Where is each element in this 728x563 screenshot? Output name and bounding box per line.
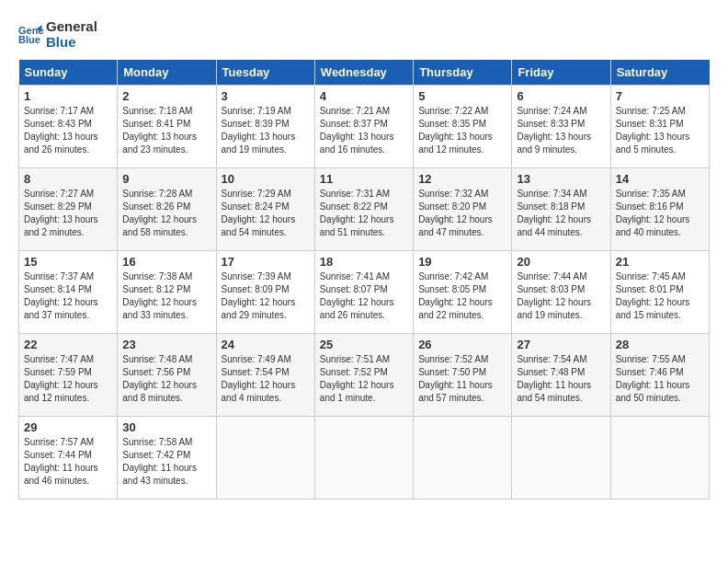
day-info: Sunrise: 7:22 AM Sunset: 8:35 PM Dayligh… (418, 105, 506, 156)
calendar-cell: 11Sunrise: 7:31 AM Sunset: 8:22 PM Dayli… (314, 167, 413, 250)
calendar-cell: 12Sunrise: 7:32 AM Sunset: 8:20 PM Dayli… (414, 167, 512, 250)
calendar-cell: 5Sunrise: 7:22 AM Sunset: 8:35 PM Daylig… (414, 85, 512, 167)
calendar-cell: 28Sunrise: 7:55 AM Sunset: 7:46 PM Dayli… (610, 333, 709, 416)
day-info: Sunrise: 7:34 AM Sunset: 8:18 PM Dayligh… (517, 188, 605, 239)
day-info: Sunrise: 7:51 AM Sunset: 7:52 PM Dayligh… (320, 353, 408, 405)
calendar-cell: 20Sunrise: 7:44 AM Sunset: 8:03 PM Dayli… (512, 250, 610, 333)
header-sunday: Sunday (19, 60, 118, 86)
calendar-cell: 16Sunrise: 7:38 AM Sunset: 8:12 PM Dayli… (118, 250, 216, 333)
day-number: 3 (222, 89, 310, 103)
day-number: 27 (517, 338, 605, 351)
calendar-cell: 22Sunrise: 7:47 AM Sunset: 7:59 PM Dayli… (19, 333, 118, 416)
day-number: 1 (24, 89, 112, 103)
day-info: Sunrise: 7:35 AM Sunset: 8:16 PM Dayligh… (616, 188, 704, 239)
day-number: 4 (320, 89, 408, 103)
day-number: 7 (616, 89, 704, 103)
calendar-cell: 15Sunrise: 7:37 AM Sunset: 8:14 PM Dayli… (19, 250, 118, 333)
day-info: Sunrise: 7:38 AM Sunset: 8:12 PM Dayligh… (122, 270, 210, 322)
day-info: Sunrise: 7:41 AM Sunset: 8:07 PM Dayligh… (320, 270, 408, 322)
logo-blue: Blue (46, 34, 97, 50)
day-number: 2 (122, 89, 210, 103)
calendar-cell: 7Sunrise: 7:25 AM Sunset: 8:31 PM Daylig… (610, 85, 709, 167)
day-info: Sunrise: 7:57 AM Sunset: 7:44 PM Dayligh… (24, 436, 112, 488)
calendar-header-row: SundayMondayTuesdayWednesdayThursdayFrid… (19, 60, 710, 86)
day-number: 19 (418, 255, 506, 269)
day-info: Sunrise: 7:24 AM Sunset: 8:33 PM Dayligh… (517, 105, 605, 156)
logo-icon: General Blue (18, 21, 44, 47)
day-number: 16 (122, 255, 210, 269)
logo-general: General (46, 18, 97, 34)
calendar-cell: 6Sunrise: 7:24 AM Sunset: 8:33 PM Daylig… (512, 85, 610, 167)
calendar-cell: 8Sunrise: 7:27 AM Sunset: 8:29 PM Daylig… (19, 167, 118, 250)
calendar-cell (414, 416, 512, 499)
day-number: 21 (616, 255, 704, 269)
calendar-cell: 19Sunrise: 7:42 AM Sunset: 8:05 PM Dayli… (414, 250, 512, 333)
day-number: 12 (418, 172, 506, 186)
day-info: Sunrise: 7:47 AM Sunset: 7:59 PM Dayligh… (24, 353, 112, 405)
calendar-cell: 17Sunrise: 7:39 AM Sunset: 8:09 PM Dayli… (216, 250, 314, 333)
header-tuesday: Tuesday (216, 60, 314, 86)
day-number: 8 (24, 172, 112, 186)
day-info: Sunrise: 7:49 AM Sunset: 7:54 PM Dayligh… (222, 353, 310, 405)
day-info: Sunrise: 7:37 AM Sunset: 8:14 PM Dayligh… (24, 270, 112, 322)
calendar-week-4: 22Sunrise: 7:47 AM Sunset: 7:59 PM Dayli… (19, 333, 710, 416)
day-number: 9 (122, 172, 210, 186)
calendar-cell: 23Sunrise: 7:48 AM Sunset: 7:56 PM Dayli… (118, 333, 216, 416)
day-number: 26 (418, 338, 506, 351)
calendar-cell: 18Sunrise: 7:41 AM Sunset: 8:07 PM Dayli… (314, 250, 413, 333)
day-info: Sunrise: 7:27 AM Sunset: 8:29 PM Dayligh… (24, 188, 112, 239)
svg-text:Blue: Blue (18, 34, 40, 45)
day-info: Sunrise: 7:54 AM Sunset: 7:48 PM Dayligh… (517, 353, 605, 405)
day-info: Sunrise: 7:21 AM Sunset: 8:37 PM Dayligh… (320, 105, 408, 156)
day-info: Sunrise: 7:44 AM Sunset: 8:03 PM Dayligh… (517, 270, 605, 322)
header-thursday: Thursday (414, 60, 512, 86)
calendar-cell: 30Sunrise: 7:58 AM Sunset: 7:42 PM Dayli… (118, 416, 216, 499)
day-number: 24 (222, 338, 310, 351)
day-info: Sunrise: 7:17 AM Sunset: 8:43 PM Dayligh… (24, 105, 112, 156)
day-number: 15 (24, 255, 112, 269)
calendar-cell: 26Sunrise: 7:52 AM Sunset: 7:50 PM Dayli… (414, 333, 512, 416)
day-info: Sunrise: 7:25 AM Sunset: 8:31 PM Dayligh… (616, 105, 704, 156)
day-info: Sunrise: 7:31 AM Sunset: 8:22 PM Dayligh… (320, 188, 408, 239)
day-info: Sunrise: 7:19 AM Sunset: 8:39 PM Dayligh… (222, 105, 310, 156)
calendar-cell (610, 416, 709, 499)
day-number: 22 (24, 338, 112, 351)
day-info: Sunrise: 7:18 AM Sunset: 8:41 PM Dayligh… (122, 105, 210, 156)
calendar-cell: 21Sunrise: 7:45 AM Sunset: 8:01 PM Dayli… (610, 250, 709, 333)
calendar-cell: 27Sunrise: 7:54 AM Sunset: 7:48 PM Dayli… (512, 333, 610, 416)
page-header: General Blue General Blue (18, 18, 710, 51)
header-saturday: Saturday (610, 60, 709, 86)
calendar-table: SundayMondayTuesdayWednesdayThursdayFrid… (18, 60, 710, 500)
calendar-cell (216, 416, 314, 499)
day-number: 17 (222, 255, 310, 269)
calendar-week-1: 1Sunrise: 7:17 AM Sunset: 8:43 PM Daylig… (19, 85, 710, 167)
day-number: 6 (517, 89, 605, 103)
day-number: 20 (517, 255, 605, 269)
day-number: 29 (24, 420, 112, 434)
calendar-cell: 24Sunrise: 7:49 AM Sunset: 7:54 PM Dayli… (216, 333, 314, 416)
day-number: 23 (122, 338, 210, 351)
day-number: 13 (517, 172, 605, 186)
day-number: 14 (616, 172, 704, 186)
calendar-cell (512, 416, 610, 499)
day-info: Sunrise: 7:29 AM Sunset: 8:24 PM Dayligh… (222, 188, 310, 239)
day-info: Sunrise: 7:42 AM Sunset: 8:05 PM Dayligh… (418, 270, 506, 322)
calendar-week-5: 29Sunrise: 7:57 AM Sunset: 7:44 PM Dayli… (19, 416, 710, 499)
day-number: 30 (122, 420, 210, 434)
calendar-week-2: 8Sunrise: 7:27 AM Sunset: 8:29 PM Daylig… (19, 167, 710, 250)
calendar-cell: 3Sunrise: 7:19 AM Sunset: 8:39 PM Daylig… (216, 85, 314, 167)
day-number: 18 (320, 255, 408, 269)
calendar-cell: 25Sunrise: 7:51 AM Sunset: 7:52 PM Dayli… (314, 333, 413, 416)
day-number: 25 (320, 338, 408, 351)
header-friday: Friday (512, 60, 610, 86)
day-info: Sunrise: 7:48 AM Sunset: 7:56 PM Dayligh… (122, 353, 210, 405)
day-info: Sunrise: 7:52 AM Sunset: 7:50 PM Dayligh… (418, 353, 506, 405)
day-info: Sunrise: 7:58 AM Sunset: 7:42 PM Dayligh… (122, 436, 210, 488)
day-info: Sunrise: 7:28 AM Sunset: 8:26 PM Dayligh… (122, 188, 210, 239)
calendar-cell: 1Sunrise: 7:17 AM Sunset: 8:43 PM Daylig… (19, 85, 118, 167)
calendar-cell: 9Sunrise: 7:28 AM Sunset: 8:26 PM Daylig… (118, 167, 216, 250)
calendar-cell: 2Sunrise: 7:18 AM Sunset: 8:41 PM Daylig… (118, 85, 216, 167)
calendar-cell: 29Sunrise: 7:57 AM Sunset: 7:44 PM Dayli… (19, 416, 118, 499)
calendar-cell: 14Sunrise: 7:35 AM Sunset: 8:16 PM Dayli… (610, 167, 709, 250)
header-wednesday: Wednesday (314, 60, 413, 86)
